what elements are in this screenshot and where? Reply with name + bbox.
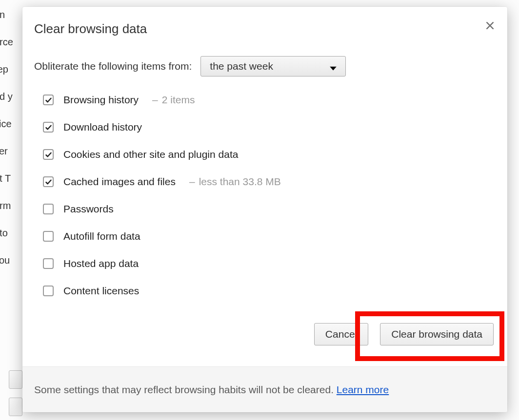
cancel-button[interactable]: Cancel bbox=[314, 323, 368, 345]
clear-browsing-data-button[interactable]: Clear browsing data bbox=[380, 323, 494, 345]
background-button-1 bbox=[9, 370, 22, 389]
time-range-value: the past week bbox=[210, 60, 273, 72]
checkbox-detail: –less than 33.8 MB bbox=[185, 176, 281, 188]
time-range-row: Obliterate the following items from: the… bbox=[34, 56, 496, 76]
checkbox-label[interactable]: Cached images and files bbox=[63, 176, 176, 188]
close-icon[interactable] bbox=[483, 19, 497, 32]
checkbox[interactable] bbox=[43, 122, 54, 133]
checkbox[interactable] bbox=[43, 95, 54, 105]
time-range-select[interactable]: the past week bbox=[200, 56, 346, 76]
checkbox[interactable] bbox=[43, 176, 54, 187]
checkbox-label[interactable]: Browsing history bbox=[63, 94, 139, 106]
checkbox-label[interactable]: Download history bbox=[63, 121, 142, 133]
background-page-text: onurcerepnd yviceserot TormI toyou bbox=[0, 0, 23, 420]
checkbox-row: Download history bbox=[43, 121, 496, 133]
checkbox-row: Browsing history–2 items bbox=[43, 94, 496, 106]
checkbox-label[interactable]: Cookies and other site and plugin data bbox=[63, 149, 238, 160]
learn-more-link[interactable]: Learn more bbox=[337, 384, 389, 395]
dialog-button-row: Cancel Clear browsing data bbox=[34, 323, 494, 345]
checkbox[interactable] bbox=[43, 286, 54, 296]
footer-text: Some settings that may reflect browsing … bbox=[34, 384, 337, 395]
checkbox[interactable] bbox=[43, 204, 54, 214]
checkbox-row: Content licenses bbox=[43, 285, 496, 297]
checkbox-label[interactable]: Content licenses bbox=[63, 285, 139, 297]
checkbox-label[interactable]: Passwords bbox=[63, 203, 114, 215]
checkbox-detail: –2 items bbox=[148, 94, 195, 106]
checkbox[interactable] bbox=[43, 149, 54, 160]
checkbox[interactable] bbox=[43, 258, 54, 269]
clear-browsing-data-dialog: Clear browsing data Obliterate the follo… bbox=[22, 7, 507, 412]
checkbox-row: Autofill form data bbox=[43, 230, 496, 242]
checkbox-row: Cached images and files–less than 33.8 M… bbox=[43, 176, 496, 188]
checkbox-label[interactable]: Hosted app data bbox=[63, 258, 139, 269]
dialog-footer: Some settings that may reflect browsing … bbox=[22, 366, 507, 412]
checkbox-row: Hosted app data bbox=[43, 258, 496, 269]
background-button-2 bbox=[9, 398, 22, 416]
checkbox-label[interactable]: Autofill form data bbox=[63, 230, 140, 242]
dialog-title: Clear browsing data bbox=[34, 21, 496, 37]
chevron-down-icon bbox=[330, 61, 337, 73]
checkbox-row: Passwords bbox=[43, 203, 496, 215]
checkbox-list: Browsing history–2 itemsDownload history… bbox=[34, 94, 496, 297]
obliterate-label: Obliterate the following items from: bbox=[34, 60, 192, 72]
checkbox[interactable] bbox=[43, 231, 54, 242]
checkbox-row: Cookies and other site and plugin data bbox=[43, 149, 496, 160]
